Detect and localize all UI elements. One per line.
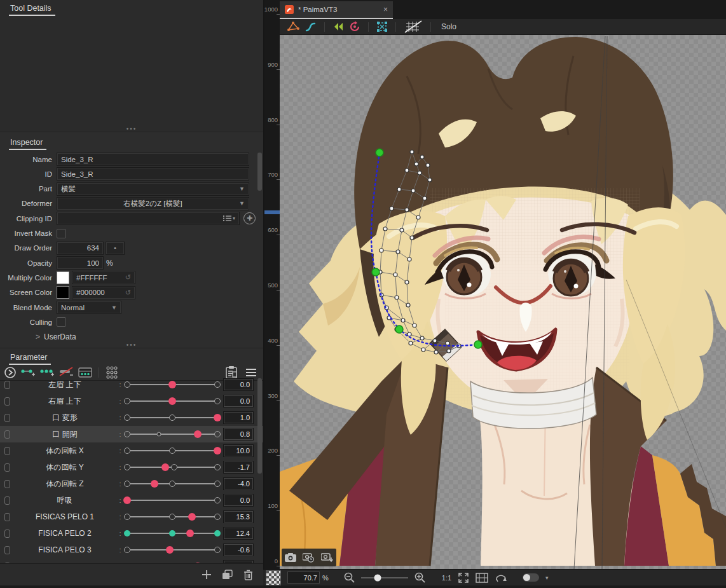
- document-tab[interactable]: * PaimaVT3 ×: [280, 1, 393, 19]
- slider-keypoint[interactable]: [124, 431, 130, 437]
- opacity-field[interactable]: 100: [57, 256, 104, 270]
- solo-label[interactable]: Solo: [441, 22, 456, 31]
- slider-keypoint[interactable]: [214, 431, 221, 437]
- zoom-out-icon[interactable]: [344, 572, 355, 583]
- zoom-in-icon[interactable]: [414, 572, 425, 583]
- parameter-value-field[interactable]: 0.0: [224, 379, 253, 390]
- multiply-color-field-swatch[interactable]: [57, 271, 69, 284]
- menu-icon[interactable]: [245, 368, 257, 377]
- slider-value-dot[interactable]: [161, 463, 169, 471]
- fit-view-icon[interactable]: [458, 572, 469, 584]
- slider-keypoint[interactable]: [214, 547, 221, 553]
- reset-icon[interactable]: ↺: [125, 289, 131, 297]
- clipping-id-field[interactable]: ▾: [57, 212, 240, 225]
- parameter-value-field[interactable]: 1.0: [224, 412, 253, 423]
- camera-icon[interactable]: [285, 553, 296, 562]
- slider-keypoint[interactable]: [124, 381, 130, 388]
- slider-value-dot[interactable]: [214, 447, 221, 455]
- parameter-slider[interactable]: [125, 461, 220, 474]
- panel-splitter[interactable]: •••: [0, 126, 263, 132]
- slider-value-dot[interactable]: [168, 381, 176, 388]
- parameter-key-icon[interactable]: [4, 546, 10, 554]
- zoom-value-field[interactable]: 70.7: [287, 571, 320, 584]
- slider-value-dot[interactable]: [194, 430, 202, 438]
- slider-keypoint[interactable]: [214, 530, 221, 537]
- slider-keypoint[interactable]: [124, 530, 130, 537]
- camera-export-icon[interactable]: [321, 553, 333, 563]
- parameter-value-field[interactable]: -4.0: [224, 478, 253, 489]
- culling-checkbox[interactable]: [57, 317, 66, 327]
- slider-value-dot[interactable]: [188, 513, 196, 521]
- zoom-slider[interactable]: [361, 573, 408, 582]
- slider-keypoint[interactable]: [124, 398, 130, 404]
- slider-keypoint[interactable]: [124, 464, 130, 470]
- target-pick-icon[interactable]: ✚: [243, 212, 256, 224]
- slider-keypoint[interactable]: [124, 547, 130, 553]
- chevron-down-icon[interactable]: ▾: [545, 575, 549, 581]
- parameter-key-icon[interactable]: [4, 463, 10, 472]
- screen-color-field-swatch[interactable]: [57, 286, 69, 299]
- slider-keypoint[interactable]: [214, 464, 221, 470]
- curve-tool-icon[interactable]: [305, 21, 317, 32]
- list-picker-icon[interactable]: ▾: [223, 215, 235, 222]
- mesh-tool-icon[interactable]: [286, 21, 300, 32]
- slider-keypoint[interactable]: [169, 448, 175, 454]
- draw-order-options-button[interactable]: •: [106, 242, 125, 255]
- transparency-checker-icon[interactable]: [266, 570, 281, 585]
- tab-close-icon[interactable]: ×: [383, 5, 388, 14]
- name-field-input[interactable]: Side_3_R: [57, 153, 249, 166]
- slider-keypoint[interactable]: [124, 514, 130, 520]
- draw-order-field[interactable]: 634: [57, 242, 104, 255]
- parameter-scrollbar[interactable]: [257, 378, 262, 474]
- slider-keypoint[interactable]: [214, 481, 221, 487]
- slider-keypoint[interactable]: [169, 414, 175, 421]
- parameter-value-field[interactable]: 0.0: [224, 395, 253, 407]
- parameter-key-icon[interactable]: [4, 480, 10, 488]
- id-field-input[interactable]: Side_3_R: [57, 167, 249, 181]
- expander-arrow-icon[interactable]: >: [36, 332, 40, 341]
- slider-value-dot[interactable]: [186, 530, 194, 537]
- parameter-slider[interactable]: [125, 494, 220, 507]
- parameter-slider[interactable]: [125, 444, 220, 457]
- model-canvas[interactable]: [280, 35, 726, 569]
- slider-keypoint[interactable]: [169, 514, 175, 520]
- parameter-slider[interactable]: [125, 510, 220, 523]
- deformer-select[interactable]: 右横髪2のZ [横髪]▼: [57, 197, 249, 210]
- slider-keypoint[interactable]: [169, 481, 175, 487]
- parameter-value-field[interactable]: -0.6: [224, 544, 253, 556]
- invert-mask-checkbox[interactable]: [57, 229, 66, 238]
- display-mode-toggle[interactable]: [523, 573, 539, 582]
- slider-value-dot[interactable]: [166, 546, 174, 554]
- parameter-value-field[interactable]: 0.0: [224, 495, 253, 506]
- parameter-slider[interactable]: [125, 477, 220, 490]
- duplicate-icon[interactable]: [222, 570, 233, 580]
- parameter-slider[interactable]: [125, 527, 220, 540]
- screen-color-field[interactable]: #000000↺: [72, 286, 135, 299]
- parameter-key-icon[interactable]: [4, 513, 10, 521]
- add-parameter-icon[interactable]: [202, 570, 212, 580]
- parameter-slider[interactable]: [125, 544, 220, 556]
- rotate-tool-icon[interactable]: [349, 21, 360, 32]
- slider-keypoint[interactable]: [214, 381, 221, 388]
- parameter-slider[interactable]: [125, 428, 220, 441]
- parameter-slider[interactable]: [125, 378, 220, 391]
- grid-off-icon[interactable]: [404, 20, 423, 33]
- slider-keypoint[interactable]: [214, 497, 221, 503]
- slider-keypoint[interactable]: [124, 448, 130, 454]
- slider-value-dot[interactable]: [168, 397, 176, 405]
- slider-value-dot[interactable]: [151, 480, 158, 488]
- slider-keypoint[interactable]: [156, 432, 161, 437]
- parameter-value-field[interactable]: 15.3: [224, 511, 253, 523]
- multiply-color-field[interactable]: #FFFFFF↺: [72, 271, 135, 284]
- parameter-key-icon[interactable]: [4, 414, 10, 422]
- slider-keypoint[interactable]: [214, 398, 221, 404]
- trash-icon[interactable]: [243, 570, 253, 580]
- play-skip-icon[interactable]: [332, 22, 344, 32]
- parameter-slider[interactable]: [125, 395, 220, 407]
- slider-keypoint[interactable]: [124, 481, 130, 487]
- parameter-key-icon[interactable]: [4, 397, 10, 406]
- parameter-value-field[interactable]: 0.8: [224, 428, 253, 440]
- bounding-box-icon[interactable]: [376, 21, 388, 32]
- rotate-view-icon[interactable]: [495, 573, 507, 583]
- parameter-key-icon[interactable]: [4, 430, 10, 439]
